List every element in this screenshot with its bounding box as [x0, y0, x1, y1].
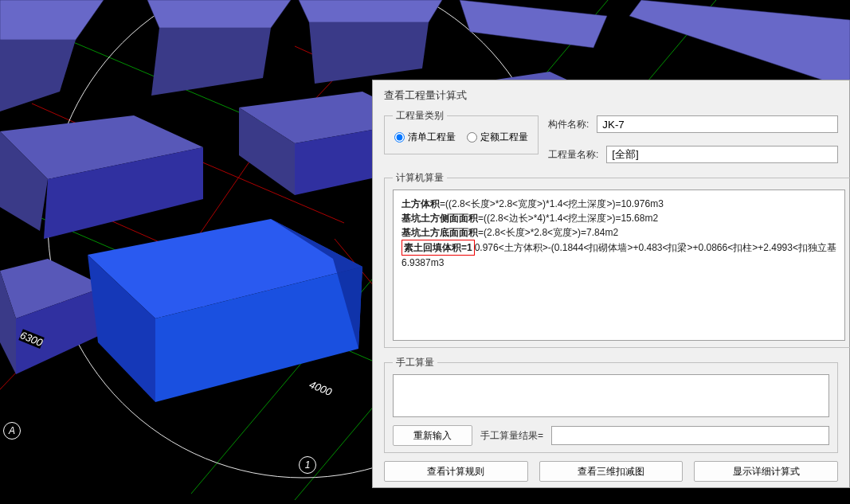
dialog-title: 查看工程量计算式	[384, 88, 838, 103]
radio-quota-quantity[interactable]: 定额工程量	[467, 131, 528, 144]
manual-result-input[interactable]	[551, 426, 829, 445]
manual-calc-fieldset: 手工算量 重新输入 手工算量结果=	[384, 356, 838, 453]
component-name-input[interactable]	[597, 115, 838, 133]
calc-line2-rest: =((2.8<边长>*4)*1.4<挖土深度>)=15.68m2	[478, 213, 658, 224]
manual-calc-box[interactable]	[393, 374, 829, 417]
calc-line3-rest: =(2.8<长度>*2.8<宽度>)=7.84m2	[478, 227, 618, 238]
quantity-category-legend: 工程量类别	[393, 109, 447, 123]
calc-line3-bold: 基坑土方底面面积	[401, 227, 478, 238]
svg-marker-21	[299, 0, 442, 22]
quantity-name-input[interactable]	[606, 146, 838, 163]
view-3d-deduction-button[interactable]: 查看三维扣减图	[539, 461, 684, 482]
radio-list-quantity-input[interactable]	[394, 132, 405, 143]
calc-line4-rest: 0.976<土方体积>-(0.1844<扣砌体墙>+0.483<扣梁>+0.08…	[475, 242, 836, 253]
svg-marker-24	[0, 40, 76, 111]
computer-calc-legend: 计算机算量	[393, 171, 447, 185]
svg-marker-20	[147, 0, 291, 28]
svg-marker-19	[0, 0, 104, 40]
radio-list-quantity-label: 清单工程量	[408, 131, 456, 144]
quantity-name-label: 工程量名称:	[548, 148, 598, 162]
view-rules-button[interactable]: 查看计算规则	[384, 461, 528, 482]
grid-badge-a: A	[3, 422, 21, 440]
computer-calc-box[interactable]: 土方体积=((2.8<长度>*2.8<宽度>)*1.4<挖土深度>)=10.97…	[393, 189, 845, 341]
calc-line1-rest: =((2.8<长度>*2.8<宽度>)*1.4<挖土深度>)=10.976m3	[440, 198, 664, 209]
radio-list-quantity[interactable]: 清单工程量	[394, 131, 456, 144]
calc-line5: 6.9387m3	[401, 257, 444, 268]
reenter-button[interactable]: 重新输入	[393, 425, 472, 446]
radio-quota-quantity-label: 定额工程量	[480, 131, 528, 144]
quantity-category-fieldset: 工程量类别 清单工程量 定额工程量	[384, 109, 539, 154]
svg-marker-26	[309, 22, 429, 84]
calc-line1-bold: 土方体积	[401, 198, 440, 209]
svg-marker-25	[151, 28, 271, 96]
radio-quota-quantity-input[interactable]	[467, 132, 477, 143]
component-name-label: 构件名称:	[548, 118, 589, 131]
computer-calc-fieldset: 计算机算量 土方体积=((2.8<长度>*2.8<宽度>)*1.4<挖土深度>)…	[384, 171, 850, 348]
grid-badge-1: 1	[299, 456, 316, 474]
svg-marker-22	[460, 0, 607, 48]
show-detail-calc-button[interactable]: 显示详细计算式	[694, 461, 838, 482]
calculation-dialog: 查看工程量计算式 工程量类别 清单工程量 定额工程量 构件名称:	[372, 80, 850, 488]
manual-result-label: 手工算量结果=	[480, 429, 543, 443]
svg-marker-23	[629, 0, 850, 89]
manual-calc-legend: 手工算量	[393, 356, 437, 369]
calc-line4-hl-text: 素土回填体积=1	[404, 242, 472, 253]
calc-line2-bold: 基坑土方侧面面积	[401, 213, 478, 224]
calc-line4-highlight: 素土回填体积=1	[401, 240, 475, 256]
